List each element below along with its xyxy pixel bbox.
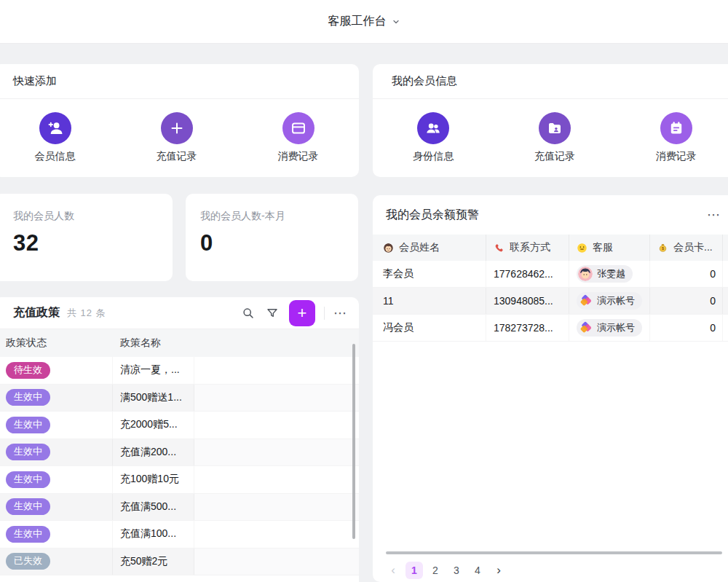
pagination-page-3[interactable]: 3 [448,562,465,579]
quick-add-card-header: 快速添加 [0,64,359,99]
horizontal-scrollbar[interactable] [386,551,722,554]
recharge-policy-header: 充值政策 共 12 条 + ⋯ [0,297,359,329]
quick-add-title: 快速添加 [13,74,57,88]
table-row[interactable]: 冯会员 178273728... 演示帐号 0 [373,315,728,342]
member-card-balance: 0 [650,288,723,314]
pagination-page-1[interactable]: 1 [405,562,423,579]
table-row[interactable]: 待生效 清凉一夏，... [0,357,359,385]
agent-name: 张雯越 [597,267,625,280]
identity-info-shortcut[interactable]: 身份信息 [373,112,494,163]
table-row[interactable]: 生效中 充值满100... [0,521,359,548]
chevron-down-icon[interactable] [392,17,400,26]
moneybag-emoji-icon: $ [657,243,668,253]
plus-glyph: + [298,305,307,321]
policy-table-body: 待生效 清凉一夏，... 生效中 满500赠送1... 生效中 充2000赠5.… [0,357,359,575]
table-row[interactable]: 11 130948085... 演示帐号 0 [373,288,728,315]
member-count-month-value: 0 [200,230,358,256]
table-row[interactable]: 李会员 177628462... 张雯越 0 [373,261,728,288]
more-menu-icon[interactable]: ⋯ [707,207,721,223]
my-consume-record-shortcut[interactable]: 消费记录 [615,112,728,163]
member-name: 11 [373,288,486,314]
member-card-balance: 0 [650,261,723,287]
phone-emoji-icon [494,243,505,253]
pagination: ‹ 1 2 3 4 › [384,562,507,579]
quick-add-consume-record-label: 消费记录 [278,150,319,163]
member-name: 冯会员 [373,315,486,341]
add-policy-button[interactable]: + [289,300,315,326]
status-badge: 生效中 [6,417,50,433]
table-row[interactable]: 生效中 充2000赠5... [0,412,359,439]
person-add-icon [39,112,71,144]
agent-name: 演示帐号 [597,294,635,307]
member-name: 李会员 [373,261,486,287]
alert-table-body: 李会员 177628462... 张雯越 0 11 130948085... [373,261,728,342]
member-phone: 178273728... [486,315,569,341]
quick-add-member-info[interactable]: 会员信息 [0,112,116,163]
my-member-info-title: 我的会员信息 [392,74,457,88]
status-badge: 生效中 [6,471,50,488]
diamond-logo-avatar [578,321,593,335]
toolbar-divider [324,307,325,320]
member-phone: 130948085... [486,288,569,314]
policy-name: 清凉一夏，... [113,357,194,384]
quick-add-member-info-label: 会员信息 [35,150,76,163]
agent-chip[interactable]: 演示帐号 [577,319,642,337]
policy-name: 充值满500... [113,494,194,521]
recharge-policy-card: 充值政策 共 12 条 + ⋯ 政策状态 政策名称 待生效 清凉一夏，... 生… [0,297,359,582]
policy-name: 充100赠10元 [113,466,194,493]
recharge-policy-toolbar: + ⋯ [240,300,347,326]
status-badge: 生效中 [6,444,50,460]
status-badge: 生效中 [6,389,50,406]
member-count-label: 我的会员人数 [13,210,173,223]
calendar-icon [660,112,692,144]
quick-add-consume-record[interactable]: 消费记录 [237,112,359,163]
policy-table-header: 政策状态 政策名称 [0,329,359,357]
vertical-scrollbar[interactable] [352,344,355,539]
search-icon[interactable] [240,305,256,321]
more-menu-icon[interactable]: ⋯ [333,305,347,321]
my-member-info-card-header: 我的会员信息 [373,64,728,99]
agent-name: 演示帐号 [597,321,635,334]
pagination-prev[interactable]: ‹ [384,562,402,579]
member-name-column-header: 会员姓名 [373,235,486,261]
my-recharge-record-shortcut[interactable]: 充值记录 [494,112,616,163]
app-title[interactable]: 客服工作台 [328,14,387,29]
quick-add-items: 会员信息 充值记录 消费记录 [0,99,359,176]
table-row[interactable]: 已失效 充50赠2元 [0,548,359,576]
contact-column-header: 联系方式 [486,235,569,261]
agent-chip[interactable]: 张雯越 [577,265,633,283]
agent-column-header: 客服 [569,235,650,261]
diamond-logo-avatar [578,294,593,308]
balance-alert-title: 我的会员余额预警 [386,208,479,223]
table-row[interactable]: 生效中 充100赠10元 [0,466,359,494]
agent-chip[interactable]: 演示帐号 [577,292,642,310]
bank-card-icon [282,112,314,144]
table-row[interactable]: 生效中 充值满200... [0,439,359,467]
member-count-month-label: 我的会员人数-本月 [200,210,358,223]
quick-add-card: 快速添加 会员信息 充值记录 消费记录 [0,64,359,177]
table-row[interactable]: 生效中 充值满500... [0,494,359,522]
quick-add-recharge-record[interactable]: 充值记录 [116,112,237,163]
balance-alert-header: 我的会员余额预警 ⋯ [373,195,728,235]
policy-status-column-header: 政策状态 [0,337,113,350]
pagination-next[interactable]: › [490,562,507,579]
smiley-emoji-icon [577,243,587,253]
alert-table-header: 会员姓名 联系方式 客服 $ 会员卡... [373,235,728,261]
my-member-info-card: 我的会员信息 身份信息 充值记录 消费记录 [373,64,728,177]
filter-icon[interactable] [264,305,280,321]
member-count-card: 我的会员人数 32 [0,194,173,281]
contact-folder-icon [539,112,571,144]
pagination-page-2[interactable]: 2 [427,562,444,579]
my-recharge-record-label: 充值记录 [534,150,575,163]
table-row[interactable]: 生效中 满500赠送1... [0,385,359,412]
policy-name: 充2000赠5... [113,412,194,439]
my-member-info-items: 身份信息 充值记录 消费记录 [373,99,728,176]
people-icon [417,112,449,144]
member-card-column-header: $ 会员卡... [650,235,723,261]
member-count-month-card: 我的会员人数-本月 0 [186,194,358,281]
member-phone: 177628462... [486,261,569,287]
member-card-balance: 0 [650,315,723,341]
policy-name: 充值满100... [113,521,194,548]
pagination-page-4[interactable]: 4 [469,562,486,579]
plus-icon [161,112,193,144]
